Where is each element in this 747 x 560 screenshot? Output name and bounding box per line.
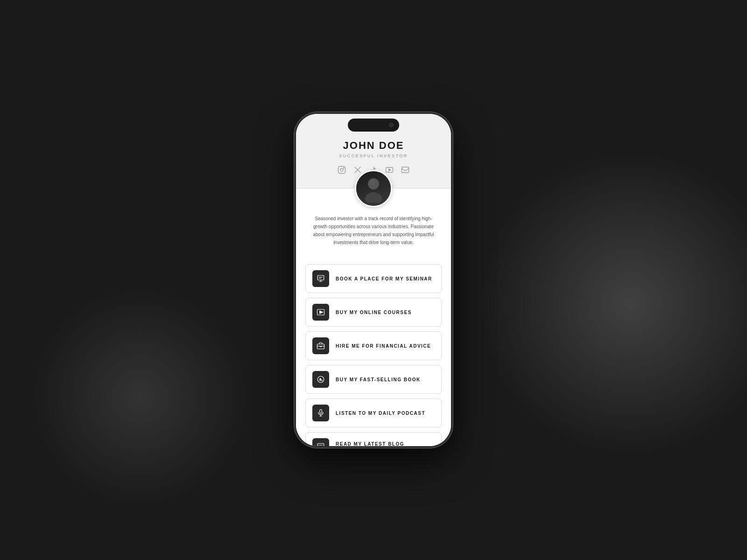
links-section: BOOK A PLACE FOR MY SEMINAR BUY MY ONLIN… [296, 259, 451, 446]
seminar-label: BOOK A PLACE FOR MY SEMINAR [336, 276, 432, 281]
phone-scroll-area[interactable]: JOHN DOE SUCCESFUL INVESTOR [296, 114, 451, 446]
profile-title: SUCCESFUL INVESTOR [305, 154, 442, 158]
book-link-button[interactable]: a BUY MY FAST-SELLING BOOK [305, 365, 442, 394]
notch-camera [389, 123, 394, 127]
avatar-bio-section: Seasoned investor with a track record of… [296, 189, 451, 259]
courses-icon-box [312, 304, 329, 321]
seminar-link-button[interactable]: BOOK A PLACE FOR MY SEMINAR [305, 264, 442, 293]
svg-rect-5 [402, 167, 409, 173]
svg-point-2 [343, 168, 344, 168]
play-icon [317, 308, 325, 316]
email-icon[interactable] [401, 166, 409, 174]
book-label: BUY MY FAST-SELLING BOOK [336, 377, 421, 382]
svg-point-7 [365, 192, 382, 203]
podcast-link-button[interactable]: LISTEN TO MY DAILY PODCAST [305, 399, 442, 427]
phone-notch [348, 119, 399, 132]
courses-link-button[interactable]: BUY MY ONLINE COURSES [305, 298, 442, 327]
seminar-icon-box [312, 270, 329, 287]
avatar-container [355, 170, 392, 207]
bio-text: Seasoned investor with a track record of… [313, 215, 434, 246]
amazon-icon: a [317, 375, 325, 384]
profile-name: JOHN DOE [305, 140, 442, 152]
book-icon-box: a [312, 371, 329, 388]
instagram-icon[interactable] [338, 166, 346, 174]
podcast-icon-box [312, 405, 329, 421]
advice-link-button[interactable]: HIRE ME FOR FINANCIAL ADVICE [305, 331, 442, 360]
svg-rect-9 [317, 275, 324, 280]
avatar [355, 170, 392, 207]
svg-marker-11 [320, 311, 323, 314]
presentation-icon [317, 274, 325, 283]
svg-rect-15 [320, 410, 322, 413]
blog-link-button[interactable]: READ MY LATEST BLOG ARTICLES [305, 432, 442, 446]
svg-point-1 [340, 168, 343, 171]
avatar-silhouette [356, 171, 391, 206]
svg-text:a: a [320, 378, 321, 380]
mic-icon [317, 409, 325, 417]
podcast-label: LISTEN TO MY DAILY PODCAST [336, 411, 425, 416]
courses-label: BUY MY ONLINE COURSES [336, 310, 412, 315]
background-blob-2 [23, 280, 257, 513]
advice-label: HIRE ME FOR FINANCIAL ADVICE [336, 343, 431, 349]
blog-icon-box [312, 438, 329, 446]
svg-rect-16 [317, 443, 324, 446]
svg-point-8 [370, 180, 374, 185]
svg-rect-12 [317, 344, 324, 349]
phone-mockup: JOHN DOE SUCCESFUL INVESTOR [294, 112, 453, 448]
blog-label: READ MY LATEST BLOG ARTICLES [336, 441, 435, 446]
briefcase-icon [317, 342, 325, 350]
article-icon [317, 442, 325, 446]
advice-icon-box [312, 337, 329, 354]
phone-frame: JOHN DOE SUCCESFUL INVESTOR [294, 112, 453, 448]
svg-rect-0 [338, 167, 345, 174]
background-blob-1 [421, 94, 747, 512]
phone-screen: JOHN DOE SUCCESFUL INVESTOR [296, 114, 451, 446]
